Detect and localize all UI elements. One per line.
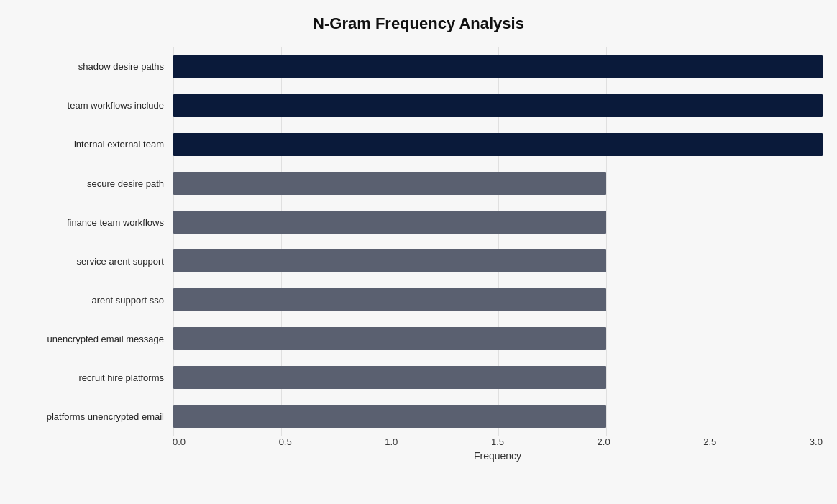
grid-line — [823, 47, 823, 436]
x-tick-area: 0.00.51.01.52.02.53.0 — [173, 436, 823, 447]
bar-row — [173, 285, 823, 314]
y-label: unencrypted email message — [47, 334, 164, 345]
x-axis-title: Frequency — [173, 450, 823, 462]
y-label: arent support sso — [92, 295, 164, 306]
bar-row — [173, 208, 823, 237]
bar — [173, 288, 606, 311]
bar-row — [173, 130, 823, 159]
y-label: recruit hire platforms — [79, 372, 164, 384]
x-tick-label: 0.0 — [173, 436, 186, 447]
y-label: service arent support — [77, 256, 164, 267]
bar-row — [173, 91, 823, 120]
bars-area — [173, 47, 823, 436]
bar — [173, 327, 606, 350]
chart-container: N-Gram Frequency Analysis shadow desire … — [0, 0, 837, 504]
bar — [173, 211, 606, 234]
bar — [173, 55, 823, 78]
bar — [173, 172, 606, 195]
y-label: shadow desire paths — [78, 61, 164, 73]
chart-title: N-Gram Frequency Analysis — [14, 14, 823, 33]
bar-row — [173, 169, 823, 198]
x-tick-label: 0.5 — [279, 436, 292, 447]
bar-row — [173, 324, 823, 353]
bar — [173, 405, 606, 428]
y-label: finance team workflows — [67, 217, 164, 229]
x-tick-label: 1.5 — [491, 436, 504, 447]
y-label: team workflows include — [68, 100, 164, 111]
bottom-section: 0.00.51.01.52.02.53.0 Frequency — [14, 436, 823, 462]
y-label: secure desire path — [87, 178, 164, 190]
bar-row — [173, 402, 823, 431]
y-label: internal external team — [74, 139, 164, 150]
bar — [173, 94, 823, 117]
y-label: platforms unencrypted email — [47, 411, 164, 423]
y-axis: shadow desire pathsteam workflows includ… — [14, 47, 173, 436]
bar — [173, 133, 823, 156]
x-tick-label: 2.5 — [703, 436, 716, 447]
bar — [173, 366, 606, 389]
x-tick-label: 1.0 — [385, 436, 398, 447]
bar — [173, 249, 606, 272]
bar-row — [173, 247, 823, 275]
chart-area: shadow desire pathsteam workflows includ… — [14, 47, 823, 436]
x-tick-label: 2.0 — [598, 436, 610, 447]
bar-row — [173, 363, 823, 392]
x-tick-label: 3.0 — [810, 436, 823, 447]
bar-row — [173, 52, 823, 81]
